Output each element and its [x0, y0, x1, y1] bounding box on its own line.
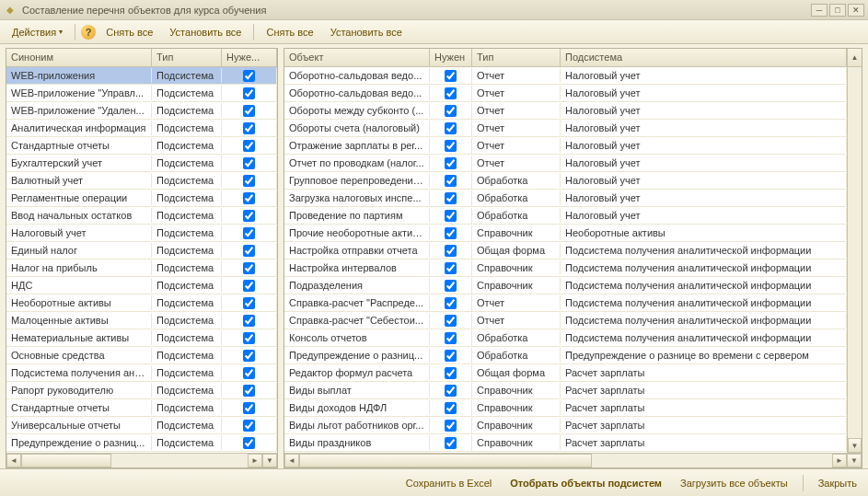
- table-row[interactable]: Регламентные операцииПодсистема: [6, 190, 277, 207]
- table-row[interactable]: WEB-приложение "Удален...Подсистема: [6, 102, 277, 120]
- col-synonym[interactable]: Синоним: [6, 49, 152, 66]
- needed-checkbox[interactable]: [243, 437, 255, 449]
- close-button[interactable]: ✕: [848, 4, 864, 17]
- table-row[interactable]: Основные средстваПодсистема: [6, 347, 277, 364]
- save-excel-button[interactable]: Сохранить в Excel: [402, 475, 496, 491]
- table-row[interactable]: Консоль отчетовОбработкаПодсистема получ…: [284, 329, 847, 347]
- needed-checkbox[interactable]: [445, 420, 457, 432]
- needed-checkbox[interactable]: [243, 192, 255, 204]
- table-row[interactable]: Прочие необоротные активыСправочникНеобо…: [284, 225, 847, 242]
- right-grid-body[interactable]: Оборотно-сальдовая ведо...ОтчетНалоговый…: [284, 67, 847, 453]
- load-all-button[interactable]: Загрузить все объекты: [677, 475, 792, 491]
- needed-checkbox[interactable]: [243, 332, 255, 344]
- table-row[interactable]: Оборотно-сальдовая ведо...ОтчетНалоговый…: [284, 67, 847, 85]
- table-row[interactable]: Настройка отправки отчетаОбщая формаПодс…: [284, 242, 847, 260]
- needed-checkbox[interactable]: [445, 140, 457, 152]
- needed-checkbox[interactable]: [243, 227, 255, 239]
- needed-checkbox[interactable]: [243, 315, 255, 327]
- needed-checkbox[interactable]: [445, 350, 457, 362]
- table-row[interactable]: Виды льгот работников орг...СправочникРа…: [284, 417, 847, 434]
- select-objects-button[interactable]: Отобрать объекты подсистем: [506, 475, 665, 491]
- needed-checkbox[interactable]: [445, 175, 457, 187]
- scroll-end-icon[interactable]: ▼: [847, 454, 862, 467]
- scroll-left-icon[interactable]: ◄: [284, 454, 299, 467]
- table-row[interactable]: Обороты счета (налоговый)ОтчетНалоговый …: [284, 120, 847, 137]
- needed-checkbox[interactable]: [445, 315, 457, 327]
- col-needed[interactable]: Нуже...: [222, 49, 277, 66]
- needed-checkbox[interactable]: [243, 210, 255, 222]
- table-row[interactable]: ПодразделенияСправочникПодсистема получе…: [284, 277, 847, 294]
- needed-checkbox[interactable]: [243, 157, 255, 169]
- table-row[interactable]: Малоценные активыПодсистема: [6, 312, 277, 329]
- table-row[interactable]: Проведение по партиямОбработкаНалоговый …: [284, 207, 847, 225]
- left-h-scrollbar[interactable]: ◄ ► ▼: [6, 453, 277, 467]
- table-row[interactable]: Ввод начальных остатковПодсистема: [6, 207, 277, 225]
- needed-checkbox[interactable]: [243, 385, 255, 397]
- needed-checkbox[interactable]: [243, 297, 255, 309]
- scroll-right-icon[interactable]: ►: [248, 454, 262, 467]
- scroll-up-icon[interactable]: ▲: [847, 49, 862, 66]
- table-row[interactable]: Справка-расчет "Себестои...ОтчетПодсисте…: [284, 312, 847, 329]
- right-set-all-button[interactable]: Установить все: [324, 24, 409, 40]
- scroll-down-icon[interactable]: ▼: [848, 438, 862, 453]
- table-row[interactable]: Виды выплатСправочникРасчет зарплаты: [284, 382, 847, 399]
- table-row[interactable]: Предупреждение о разниц...Подсистема: [6, 434, 277, 452]
- needed-checkbox[interactable]: [445, 262, 457, 274]
- needed-checkbox[interactable]: [243, 87, 255, 99]
- table-row[interactable]: Аналитическая информацияПодсистема: [6, 120, 277, 137]
- needed-checkbox[interactable]: [445, 385, 457, 397]
- table-row[interactable]: Виды праздниковСправочникРасчет зарплаты: [284, 434, 847, 452]
- needed-checkbox[interactable]: [243, 367, 255, 379]
- help-icon[interactable]: ?: [81, 25, 96, 40]
- minimize-button[interactable]: ─: [811, 4, 827, 17]
- needed-checkbox[interactable]: [445, 122, 457, 134]
- right-clear-all-button[interactable]: Снять все: [260, 24, 319, 40]
- needed-checkbox[interactable]: [445, 437, 457, 449]
- table-row[interactable]: Стандартные отчетыПодсистема: [6, 137, 277, 155]
- table-row[interactable]: Виды доходов НДФЛСправочникРасчет зарпла…: [284, 399, 847, 417]
- maximize-button[interactable]: □: [829, 4, 846, 17]
- needed-checkbox[interactable]: [445, 87, 457, 99]
- needed-checkbox[interactable]: [445, 192, 457, 204]
- needed-checkbox[interactable]: [445, 210, 457, 222]
- needed-checkbox[interactable]: [445, 245, 457, 257]
- needed-checkbox[interactable]: [445, 332, 457, 344]
- needed-checkbox[interactable]: [243, 245, 255, 257]
- left-set-all-button[interactable]: Установить все: [163, 24, 248, 40]
- needed-checkbox[interactable]: [243, 420, 255, 432]
- table-row[interactable]: Редактор формул расчетаОбщая формаРасчет…: [284, 364, 847, 382]
- table-row[interactable]: Справка-расчет "Распреде...ОтчетПодсисте…: [284, 294, 847, 312]
- needed-checkbox[interactable]: [445, 297, 457, 309]
- table-row[interactable]: Групповое перепроведение...ОбработкаНало…: [284, 172, 847, 190]
- table-row[interactable]: Рапорт руководителюПодсистема: [6, 382, 277, 399]
- needed-checkbox[interactable]: [243, 262, 255, 274]
- col-type[interactable]: Тип: [152, 49, 222, 66]
- right-h-scrollbar[interactable]: ◄ ► ▼: [284, 453, 862, 467]
- table-row[interactable]: WEB-приложенияПодсистема: [6, 67, 277, 85]
- needed-checkbox[interactable]: [243, 122, 255, 134]
- needed-checkbox[interactable]: [445, 402, 457, 414]
- table-row[interactable]: Налоговый учетПодсистема: [6, 225, 277, 242]
- needed-checkbox[interactable]: [243, 70, 255, 82]
- table-row[interactable]: Бухгалтерский учетПодсистема: [6, 155, 277, 172]
- col-subsystem[interactable]: Подсистема: [561, 49, 847, 66]
- scroll-left-icon[interactable]: ◄: [6, 454, 21, 467]
- scroll-end-icon[interactable]: ▼: [262, 454, 277, 467]
- scroll-right-icon[interactable]: ►: [832, 454, 847, 467]
- needed-checkbox[interactable]: [445, 70, 457, 82]
- col-type[interactable]: Тип: [472, 49, 561, 66]
- left-grid-body[interactable]: WEB-приложенияПодсистемаWEB-приложение "…: [6, 67, 277, 453]
- close-footer-button[interactable]: Закрыть: [815, 475, 861, 491]
- needed-checkbox[interactable]: [445, 280, 457, 292]
- right-v-scrollbar[interactable]: ▼: [847, 67, 862, 453]
- needed-checkbox[interactable]: [243, 140, 255, 152]
- table-row[interactable]: WEB-приложение "Управл...Подсистема: [6, 85, 277, 102]
- needed-checkbox[interactable]: [243, 280, 255, 292]
- table-row[interactable]: Нематериальные активыПодсистема: [6, 329, 277, 347]
- table-row[interactable]: Стандартные отчетыПодсистема: [6, 399, 277, 417]
- table-row[interactable]: Отражение зарплаты в рег...ОтчетНалоговы…: [284, 137, 847, 155]
- table-row[interactable]: Настройка интерваловСправочникПодсистема…: [284, 260, 847, 277]
- needed-checkbox[interactable]: [243, 350, 255, 362]
- table-row[interactable]: Необоротные активыПодсистема: [6, 294, 277, 312]
- table-row[interactable]: Оборотно-сальдовая ведо...ОтчетНалоговый…: [284, 85, 847, 102]
